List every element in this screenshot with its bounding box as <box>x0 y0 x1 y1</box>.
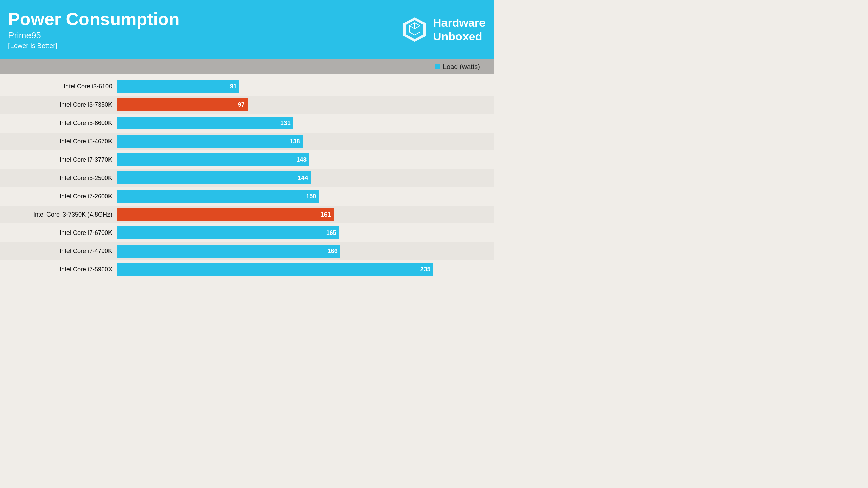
bar: 165 <box>117 226 339 239</box>
bar-value: 91 <box>230 83 237 90</box>
chart-row: Intel Core i7-6700K165 <box>0 224 494 242</box>
chart-area: Intel Core i3-610091Intel Core i3-7350K9… <box>0 74 494 277</box>
bar: 143 <box>117 153 309 166</box>
bar: 138 <box>117 135 303 148</box>
bar-value: 235 <box>420 266 430 273</box>
bar: 161 <box>117 208 334 221</box>
bar: 97 <box>117 98 248 111</box>
chart-row: Intel Core i3-7350K (4.8GHz)161 <box>0 206 494 223</box>
chart-row: Intel Core i3-610091 <box>0 78 494 95</box>
chart-row: Intel Core i7-4790K166 <box>0 242 494 260</box>
bar-value: 131 <box>280 120 291 127</box>
row-label: Intel Core i7-6700K <box>0 229 117 237</box>
bar-container: 166 <box>117 245 494 258</box>
bar-container: 143 <box>117 153 494 166</box>
bar-container: 144 <box>117 171 494 184</box>
bar-container: 235 <box>117 263 494 276</box>
logo-area: HardwareUnboxed <box>401 16 486 44</box>
chart-row: Intel Core i5-6600K131 <box>0 114 494 132</box>
legend-dot <box>435 64 440 69</box>
bar-value: 138 <box>290 138 300 145</box>
bar-container: 138 <box>117 135 494 148</box>
chart-row: Intel Core i7-5960X235 <box>0 261 494 277</box>
bar-value: 165 <box>326 229 336 237</box>
chart-row: Intel Core i7-2600K150 <box>0 187 494 205</box>
header: Power Consumption Prime95 [Lower is Bett… <box>0 0 494 59</box>
bar-value: 97 <box>238 101 245 108</box>
bar-container: 165 <box>117 226 494 239</box>
bar: 235 <box>117 263 433 276</box>
bar-value: 150 <box>306 193 316 200</box>
chart-row: Intel Core i7-3770K143 <box>0 151 494 168</box>
chart-row: Intel Core i5-4670K138 <box>0 133 494 150</box>
logo-icon <box>401 16 428 43</box>
bar-container: 131 <box>117 117 494 129</box>
legend-label: Load (watts) <box>443 63 480 71</box>
bar: 166 <box>117 245 340 258</box>
logo-text: HardwareUnboxed <box>433 16 486 44</box>
bar-container: 97 <box>117 98 494 111</box>
legend-bar: Load (watts) <box>0 59 494 74</box>
chart-row: Intel Core i3-7350K97 <box>0 96 494 114</box>
bar: 91 <box>117 80 239 93</box>
bar: 144 <box>117 171 311 184</box>
chart-row: Intel Core i5-2500K144 <box>0 169 494 187</box>
row-label: Intel Core i5-4670K <box>0 138 117 145</box>
row-label: Intel Core i7-3770K <box>0 156 117 163</box>
row-label: Intel Core i5-6600K <box>0 120 117 127</box>
row-label: Intel Core i7-5960X <box>0 266 117 273</box>
bar: 150 <box>117 190 319 203</box>
bar: 131 <box>117 117 293 129</box>
legend-item: Load (watts) <box>435 63 480 71</box>
bar-value: 144 <box>298 175 308 182</box>
bar-value: 166 <box>328 248 338 255</box>
row-label: Intel Core i3-7350K (4.8GHz) <box>0 211 117 218</box>
bar-container: 91 <box>117 80 494 93</box>
bar-container: 150 <box>117 190 494 203</box>
row-label: Intel Core i7-2600K <box>0 193 117 200</box>
row-label: Intel Core i3-6100 <box>0 83 117 90</box>
row-label: Intel Core i3-7350K <box>0 101 117 108</box>
bar-value: 143 <box>296 156 307 163</box>
bar-container: 161 <box>117 208 494 221</box>
bar-value: 161 <box>321 211 331 218</box>
row-label: Intel Core i5-2500K <box>0 175 117 182</box>
row-label: Intel Core i7-4790K <box>0 248 117 255</box>
